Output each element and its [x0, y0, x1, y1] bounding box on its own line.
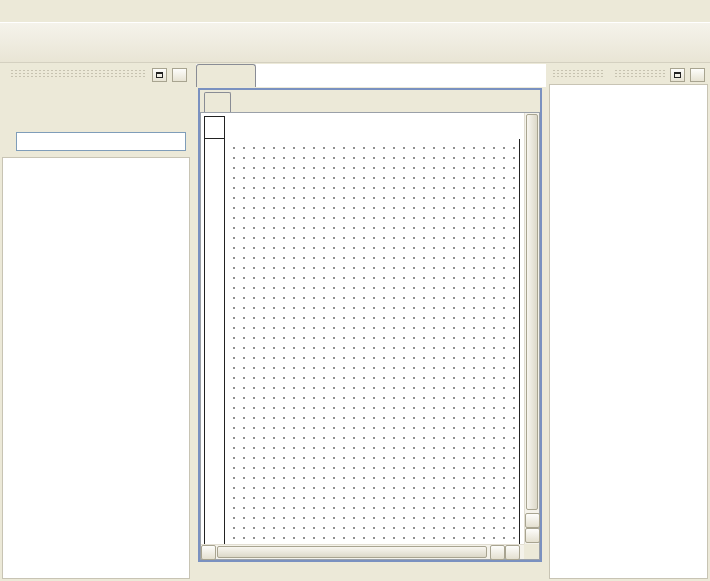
scroll-up-button[interactable]: [525, 513, 540, 528]
column-header-row: [204, 116, 520, 139]
undo-history-list[interactable]: [549, 84, 708, 579]
tab-project-sans-titre[interactable]: [196, 64, 256, 87]
close-dock-button[interactable]: [172, 68, 187, 82]
dock-grip: [614, 70, 666, 79]
scrollbar-corner: [524, 544, 539, 559]
scroll-down-button[interactable]: [525, 528, 540, 543]
vscroll-thumb[interactable]: [526, 114, 538, 510]
diagram-corner: [204, 116, 225, 139]
hscroll-thumb[interactable]: [217, 546, 487, 558]
elements-panel-titlebar[interactable]: [2, 66, 190, 83]
float-dock-button[interactable]: [670, 68, 685, 82]
scroll-prev-button[interactable]: [490, 545, 505, 560]
tab-schema-sans-titre[interactable]: [204, 92, 231, 112]
close-dock-button[interactable]: [690, 68, 705, 82]
filter-input[interactable]: [16, 132, 186, 151]
undo-empty-item: [554, 87, 703, 102]
menu-bar: [0, 0, 710, 22]
horizontal-scrollbar[interactable]: [201, 544, 524, 559]
diagram-canvas[interactable]: [201, 113, 524, 544]
element-tree: [2, 157, 190, 579]
scroll-left-button[interactable]: [201, 545, 216, 560]
float-icon: [156, 72, 163, 78]
filter-row: [2, 130, 190, 152]
diagram-view: [200, 112, 540, 560]
project-subwindow: [198, 88, 542, 562]
elements-panel-toolbar: [2, 83, 190, 121]
dock-grip: [10, 70, 147, 79]
diagram-body: [204, 139, 520, 544]
row-header-col: [204, 139, 225, 544]
main-toolbar: [0, 22, 710, 63]
diagram: [204, 116, 520, 544]
float-dock-button[interactable]: [152, 68, 167, 82]
mdi-area: [196, 64, 546, 581]
float-icon: [674, 72, 681, 78]
scroll-next-button[interactable]: [505, 545, 520, 560]
undo-panel-dock: [549, 66, 708, 579]
vertical-scrollbar[interactable]: [524, 113, 539, 544]
diagram-grid[interactable]: [225, 139, 520, 544]
schema-tab-bar: [200, 90, 540, 112]
undo-panel-titlebar[interactable]: [549, 66, 708, 83]
project-tab-bar: [196, 64, 546, 87]
qelectrotech-window: [0, 0, 710, 581]
dock-grip: [552, 70, 604, 79]
elements-panel-dock: [2, 66, 190, 579]
